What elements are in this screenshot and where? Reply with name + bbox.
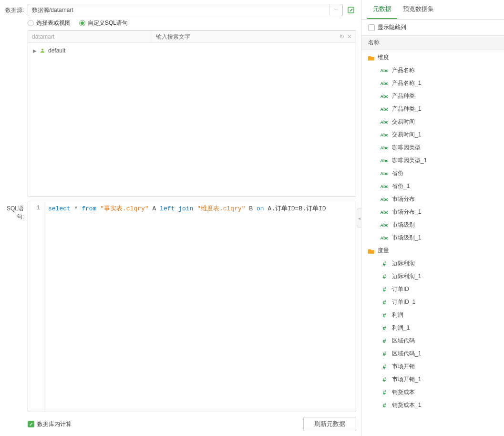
sql-text: A.订单ID=B.订单ID [264, 205, 326, 212]
field-item[interactable]: Abc产品种类_1 [361, 103, 504, 115]
tab-metadata[interactable]: 元数据 [367, 0, 397, 19]
field-item[interactable]: Abc市场分布 [361, 193, 504, 206]
folder-measure[interactable]: 度量 [361, 244, 504, 257]
table-browser: datamart ↻ ✕ ▶ default [28, 30, 356, 197]
sql-text [193, 205, 197, 212]
panel-collapse-handle[interactable]: ◂ [357, 208, 361, 228]
sql-text: B [246, 205, 257, 212]
type-number-icon: # [380, 325, 389, 332]
table-tree: ▶ default [28, 43, 356, 197]
field-item[interactable]: #销货成本_1 [361, 399, 504, 412]
field-item[interactable]: #销货成本 [361, 386, 504, 399]
sql-text: A [149, 205, 160, 212]
field-label: 咖啡因类型_1 [392, 156, 427, 165]
refresh-metadata-button[interactable]: 刷新元数据 [303, 417, 356, 431]
table-search[interactable] [152, 31, 339, 42]
type-number-icon: # [380, 273, 389, 280]
field-item[interactable]: #区域代码_1 [361, 347, 504, 360]
field-item[interactable]: #订单ID [361, 283, 504, 296]
type-number-icon: # [380, 363, 389, 370]
svg-point-1 [41, 49, 43, 51]
sql-kw: select [48, 205, 71, 212]
clear-icon[interactable]: ✕ [347, 33, 352, 40]
type-number-icon: # [380, 351, 389, 357]
field-item[interactable]: Abc交易时间 [361, 115, 504, 128]
type-number-icon: # [380, 402, 389, 409]
type-number-icon: # [380, 260, 389, 267]
radio-custom-sql[interactable]: 自定义SQL语句 [79, 19, 128, 27]
field-label: 订单ID_1 [392, 298, 415, 306]
datasource-label: 数据源: [0, 6, 28, 14]
field-item[interactable]: Abc市场级别 [361, 218, 504, 231]
checkbox-checked-icon: ✓ [28, 421, 34, 427]
field-label: 省份_1 [392, 182, 410, 190]
datasource-select[interactable]: 数据源/datamart ﹀ [28, 4, 343, 16]
field-label: 边际利润 [392, 260, 415, 268]
field-item[interactable]: #市场开销_1 [361, 373, 504, 386]
edit-datasource-icon[interactable] [346, 5, 356, 15]
radio-icon [28, 20, 34, 26]
field-item[interactable]: Abc市场级别_1 [361, 231, 504, 244]
type-number-icon: # [380, 389, 389, 396]
tree-node-default[interactable]: ▶ default [33, 46, 351, 55]
chevron-down-icon: ﹀ [329, 4, 339, 16]
field-label: 产品名称 [392, 66, 415, 74]
show-hidden-checkbox[interactable]: ✓ 显示隐藏列 [361, 20, 504, 35]
field-label: 区域代码_1 [392, 350, 421, 358]
field-label: 咖啡因类型 [392, 144, 421, 152]
db-calc-label: 数据库内计算 [37, 420, 72, 428]
refresh-icon[interactable]: ↻ [339, 33, 344, 40]
field-item[interactable]: Abc产品名称 [361, 64, 504, 77]
field-item[interactable]: #边际利润 [361, 257, 504, 270]
type-abc-icon: Abc [380, 171, 389, 176]
db-calc-checkbox[interactable]: ✓ 数据库内计算 [28, 420, 72, 428]
metadata-tree[interactable]: 维度Abc产品名称Abc产品名称_1Abc产品种类Abc产品种类_1Abc交易时… [361, 50, 504, 436]
field-item[interactable]: Abc省份 [361, 167, 504, 180]
sql-code[interactable]: select * from "事实表.clqry" A left join "维… [44, 202, 356, 412]
tree-expand-icon: ▶ [33, 48, 37, 53]
field-label: 市场分布_1 [392, 208, 421, 216]
tab-preview[interactable]: 预览数据集 [397, 0, 440, 19]
sql-editor[interactable]: 1 select * from "事实表.clqry" A left join … [28, 202, 356, 412]
right-tabs: 元数据 预览数据集 [361, 0, 504, 20]
radio-label: 自定义SQL语句 [88, 19, 128, 27]
table-search-input[interactable] [156, 33, 336, 40]
field-label: 产品种类 [392, 92, 415, 100]
mode-radio-group: 选择表或视图 自定义SQL语句 [0, 19, 361, 27]
field-item[interactable]: #利润_1 [361, 322, 504, 334]
field-item[interactable]: Abc产品种类 [361, 90, 504, 103]
field-item[interactable]: #区域代码 [361, 334, 504, 347]
field-label: 区域代码 [392, 337, 415, 345]
field-label: 产品种类_1 [392, 105, 421, 113]
type-abc-icon: Abc [380, 145, 389, 150]
left-panel: 数据源: 数据源/datamart ﹀ 选择表或视图 自定义SQL语句 表: [0, 0, 361, 436]
field-label: 市场级别_1 [392, 234, 421, 242]
type-abc-icon: Abc [380, 236, 389, 240]
field-item[interactable]: Abc省份_1 [361, 180, 504, 193]
type-number-icon: # [380, 376, 389, 383]
folder-dimension[interactable]: 维度 [361, 51, 504, 64]
field-item[interactable]: #订单ID_1 [361, 296, 504, 309]
field-item[interactable]: #利润 [361, 309, 504, 322]
sql-str: "维度表.clqry" [197, 205, 245, 212]
metadata-name-header: 名称 [361, 35, 504, 50]
type-number-icon: # [380, 312, 389, 319]
datasource-row: 数据源: 数据源/datamart ﹀ [0, 4, 361, 16]
radio-select-table[interactable]: 选择表或视图 [28, 19, 71, 27]
folder-icon [368, 55, 375, 61]
type-abc-icon: Abc [380, 81, 389, 86]
field-item[interactable]: Abc市场分布_1 [361, 206, 504, 218]
folder-icon [368, 248, 375, 254]
folder-label: 度量 [378, 247, 389, 255]
field-item[interactable]: Abc交易时间_1 [361, 128, 504, 141]
field-item[interactable]: Abc咖啡因类型 [361, 141, 504, 154]
field-label: 市场开销_1 [392, 375, 421, 384]
sql-text: * [71, 205, 82, 212]
field-item[interactable]: #边际利润_1 [361, 270, 504, 283]
sql-kw: from [82, 205, 96, 212]
field-item[interactable]: #市场开销 [361, 360, 504, 373]
schema-name[interactable]: datamart [28, 31, 152, 42]
field-item[interactable]: Abc咖啡因类型_1 [361, 154, 504, 167]
table-browser-header: datamart ↻ ✕ [28, 31, 356, 43]
field-item[interactable]: Abc产品名称_1 [361, 77, 504, 90]
